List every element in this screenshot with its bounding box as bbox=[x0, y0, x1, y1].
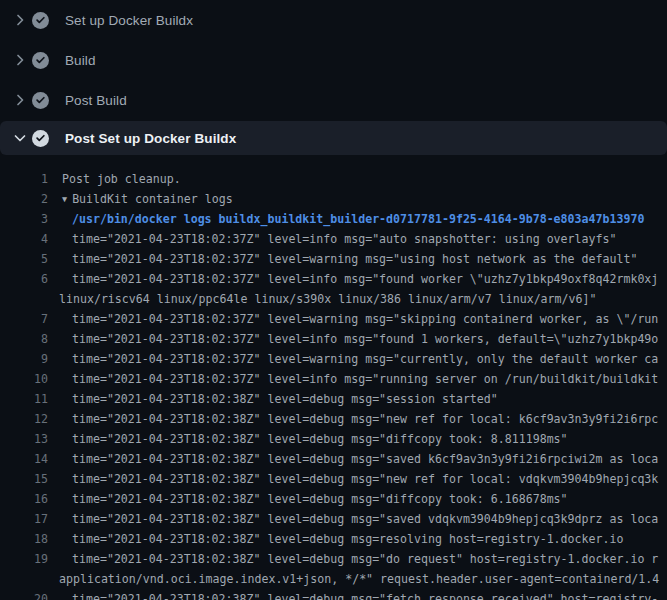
log-line: 5time="2021-04-23T18:02:37Z" level=warni… bbox=[0, 249, 667, 269]
log-line-number[interactable]: 13 bbox=[0, 429, 48, 449]
log-line: 15time="2021-04-23T18:02:38Z" level=debu… bbox=[0, 469, 667, 489]
log-group-line: ▼BuildKit container logs bbox=[62, 189, 233, 209]
log-line-text: time="2021-04-23T18:02:38Z" level=debug … bbox=[72, 529, 623, 549]
log-line: 12time="2021-04-23T18:02:38Z" level=debu… bbox=[0, 409, 667, 429]
log-line-text: time="2021-04-23T18:02:38Z" level=debug … bbox=[72, 389, 498, 409]
log-line-number[interactable]: 7 bbox=[0, 309, 48, 329]
step-row-build[interactable]: Build bbox=[0, 40, 667, 80]
log-line: 4time="2021-04-23T18:02:37Z" level=info … bbox=[0, 229, 667, 249]
log-line-number[interactable]: 19 bbox=[0, 549, 48, 569]
log-line-text: time="2021-04-23T18:02:37Z" level=info m… bbox=[72, 229, 616, 249]
log-line-text: time="2021-04-23T18:02:37Z" level=info m… bbox=[72, 329, 658, 349]
log-line: 1Post job cleanup. bbox=[0, 169, 667, 189]
step-list: Set up Docker BuildxBuildPost BuildPost … bbox=[0, 0, 667, 155]
log-line-text: time="2021-04-23T18:02:38Z" level=debug … bbox=[72, 489, 568, 509]
check-circle-icon bbox=[32, 92, 49, 109]
log-line-number[interactable]: 16 bbox=[0, 489, 48, 509]
log-line-text: time="2021-04-23T18:02:37Z" level=warnin… bbox=[72, 349, 658, 369]
log-line: 11time="2021-04-23T18:02:38Z" level=debu… bbox=[0, 389, 667, 409]
step-label: Post Build bbox=[65, 93, 127, 108]
log-line-text: application/vnd.oci.image.index.v1+json,… bbox=[59, 569, 659, 589]
log-line-number[interactable]: 2 bbox=[0, 189, 48, 209]
log-line-number[interactable]: 14 bbox=[0, 449, 48, 469]
log-line-number[interactable]: 18 bbox=[0, 529, 48, 549]
log-line: 14time="2021-04-23T18:02:38Z" level=debu… bbox=[0, 449, 667, 469]
log-line-text: time="2021-04-23T18:02:38Z" level=debug … bbox=[72, 469, 658, 489]
log-line-number[interactable]: 10 bbox=[0, 369, 48, 389]
log-line-number[interactable]: 11 bbox=[0, 389, 48, 409]
log-line-number[interactable]: 17 bbox=[0, 509, 48, 529]
log-line-text: time="2021-04-23T18:02:38Z" level=debug … bbox=[72, 549, 658, 569]
log-line: 3/usr/bin/docker logs buildx_buildkit_bu… bbox=[0, 209, 667, 229]
step-label: Build bbox=[65, 53, 96, 68]
log-line-text: linux/riscv64 linux/ppc64le linux/s390x … bbox=[59, 289, 596, 309]
group-toggle-icon[interactable]: ▼ bbox=[62, 189, 67, 209]
log-line-text: Post job cleanup. bbox=[62, 169, 181, 189]
log-line: 10time="2021-04-23T18:02:37Z" level=info… bbox=[0, 369, 667, 389]
step-row-set-up-docker-buildx[interactable]: Set up Docker Buildx bbox=[0, 0, 667, 40]
log-line-number[interactable]: 12 bbox=[0, 409, 48, 429]
log-line-text: time="2021-04-23T18:02:37Z" level=info m… bbox=[72, 269, 658, 289]
log-line-number bbox=[0, 569, 48, 589]
log-line-number[interactable]: 15 bbox=[0, 469, 48, 489]
log-line-number[interactable]: 4 bbox=[0, 229, 48, 249]
log-line: 2▼BuildKit container logs bbox=[0, 189, 667, 209]
log-line: application/vnd.oci.image.index.v1+json,… bbox=[0, 569, 667, 589]
log-line: 18time="2021-04-23T18:02:38Z" level=debu… bbox=[0, 529, 667, 549]
log-group-label: BuildKit container logs bbox=[72, 192, 233, 206]
log-area[interactable]: 1Post job cleanup.2▼BuildKit container l… bbox=[0, 155, 667, 600]
log-line: 7time="2021-04-23T18:02:37Z" level=warni… bbox=[0, 309, 667, 329]
log-line: 20time="2021-04-23T18:02:38Z" level=debu… bbox=[0, 589, 667, 600]
chevron-right-icon bbox=[12, 52, 28, 68]
log-line-number[interactable]: 6 bbox=[0, 269, 48, 289]
check-circle-icon bbox=[32, 130, 49, 147]
log-line: linux/riscv64 linux/ppc64le linux/s390x … bbox=[0, 289, 667, 309]
log-line-text: time="2021-04-23T18:02:38Z" level=debug … bbox=[72, 589, 658, 600]
step-row-post-build[interactable]: Post Build bbox=[0, 80, 667, 120]
log-line-number[interactable]: 5 bbox=[0, 249, 48, 269]
log-line: 9time="2021-04-23T18:02:37Z" level=warni… bbox=[0, 349, 667, 369]
log-line-text: time="2021-04-23T18:02:37Z" level=warnin… bbox=[72, 309, 658, 329]
log-line-text: time="2021-04-23T18:02:38Z" level=debug … bbox=[72, 409, 658, 429]
log-line-number[interactable]: 8 bbox=[0, 329, 48, 349]
chevron-right-icon bbox=[12, 92, 28, 108]
log-line: 6time="2021-04-23T18:02:37Z" level=info … bbox=[0, 269, 667, 289]
log-line-number[interactable]: 3 bbox=[0, 209, 48, 229]
actions-log-panel: Set up Docker BuildxBuildPost BuildPost … bbox=[0, 0, 667, 600]
log-line-number[interactable]: 1 bbox=[0, 169, 48, 189]
log-line-text: time="2021-04-23T18:02:37Z" level=warnin… bbox=[72, 249, 637, 269]
step-label: Post Set up Docker Buildx bbox=[65, 131, 236, 146]
log-command-text: /usr/bin/docker logs buildx_buildkit_bui… bbox=[72, 209, 644, 229]
chevron-down-icon bbox=[12, 130, 28, 146]
log-line: 8time="2021-04-23T18:02:37Z" level=info … bbox=[0, 329, 667, 349]
step-label: Set up Docker Buildx bbox=[65, 13, 193, 28]
log-line: 17time="2021-04-23T18:02:38Z" level=debu… bbox=[0, 509, 667, 529]
log-line-text: time="2021-04-23T18:02:38Z" level=debug … bbox=[72, 509, 658, 529]
log-line: 16time="2021-04-23T18:02:38Z" level=debu… bbox=[0, 489, 667, 509]
chevron-right-icon bbox=[12, 12, 28, 28]
log-line-text: time="2021-04-23T18:02:38Z" level=debug … bbox=[72, 429, 568, 449]
log-line: 13time="2021-04-23T18:02:38Z" level=debu… bbox=[0, 429, 667, 449]
check-circle-icon bbox=[32, 12, 49, 29]
step-row-post-set-up-docker-buildx[interactable]: Post Set up Docker Buildx bbox=[0, 121, 667, 155]
log-line-number[interactable]: 20 bbox=[0, 589, 48, 600]
log-line-text: time="2021-04-23T18:02:37Z" level=info m… bbox=[72, 369, 658, 389]
log-line-text: time="2021-04-23T18:02:38Z" level=debug … bbox=[72, 449, 658, 469]
check-circle-icon bbox=[32, 52, 49, 69]
log-line: 19time="2021-04-23T18:02:38Z" level=debu… bbox=[0, 549, 667, 569]
log-line-number bbox=[0, 289, 48, 309]
log-line-number[interactable]: 9 bbox=[0, 349, 48, 369]
